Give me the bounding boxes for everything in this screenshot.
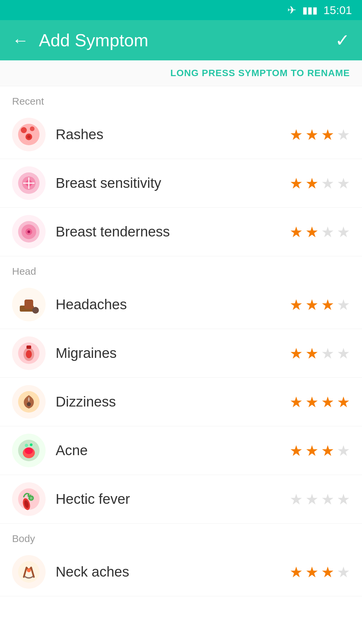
star-rating[interactable]: ★★★★ xyxy=(290,175,350,192)
star-rating[interactable]: ★★★★ xyxy=(290,296,350,313)
svg-point-13 xyxy=(27,230,30,233)
acne-name: Acne xyxy=(56,442,290,459)
svg-point-34 xyxy=(27,568,31,572)
symptom-list: Recent Rashes★★★★ Breast sensitivity★★★★… xyxy=(0,86,362,596)
symptom-item-breast-tenderness[interactable]: Breast tenderness★★★★ xyxy=(0,208,362,256)
star-empty[interactable]: ★ xyxy=(337,564,350,581)
breast-sensitivity-icon xyxy=(12,166,46,200)
star-empty[interactable]: ★ xyxy=(290,491,303,508)
svg-rect-15 xyxy=(24,300,33,309)
symptom-item-headaches[interactable]: Headaches★★★★ xyxy=(0,280,362,329)
star-empty[interactable]: ★ xyxy=(337,345,350,362)
svg-point-1 xyxy=(21,127,27,133)
star-empty[interactable]: ★ xyxy=(337,442,350,459)
star-filled[interactable]: ★ xyxy=(305,564,318,581)
star-filled[interactable]: ★ xyxy=(290,564,303,581)
star-empty[interactable]: ★ xyxy=(337,296,350,313)
headaches-icon xyxy=(12,288,46,321)
symptom-item-acne[interactable]: Acne★★★★ xyxy=(0,426,362,475)
star-rating[interactable]: ★★★★ xyxy=(290,393,350,411)
svg-point-22 xyxy=(27,402,31,406)
hectic-fever-name: Hectic fever xyxy=(56,491,290,507)
section-label-head: Head xyxy=(12,266,36,277)
breast-tenderness-name: Breast tenderness xyxy=(56,224,290,240)
star-filled[interactable]: ★ xyxy=(290,393,303,411)
svg-point-25 xyxy=(25,447,33,454)
star-filled[interactable]: ★ xyxy=(321,442,334,459)
star-filled[interactable]: ★ xyxy=(290,223,303,240)
star-empty[interactable]: ★ xyxy=(321,345,334,362)
star-filled[interactable]: ★ xyxy=(290,175,303,192)
dizziness-icon xyxy=(12,385,46,419)
migraines-icon xyxy=(12,336,46,370)
star-rating[interactable]: ★★★★ xyxy=(290,126,350,143)
star-filled[interactable]: ★ xyxy=(321,296,334,313)
star-filled[interactable]: ★ xyxy=(290,345,303,362)
migraines-name: Migraines xyxy=(56,345,290,361)
svg-rect-20 xyxy=(26,345,31,349)
star-empty[interactable]: ★ xyxy=(321,491,334,508)
star-filled[interactable]: ★ xyxy=(305,126,318,143)
star-filled[interactable]: ★ xyxy=(305,442,318,459)
headaches-name: Headaches xyxy=(56,297,290,313)
svg-point-4 xyxy=(27,135,31,139)
star-empty[interactable]: ★ xyxy=(337,175,350,192)
symptom-item-breast-sensitivity[interactable]: Breast sensitivity★★★★ xyxy=(0,159,362,208)
symptom-item-hectic-fever[interactable]: Hectic fever★★★★ xyxy=(0,475,362,524)
symptom-item-migraines[interactable]: Migraines★★★★ xyxy=(0,329,362,378)
confirm-button[interactable]: ✓ xyxy=(335,30,350,50)
star-rating[interactable]: ★★★★ xyxy=(290,223,350,240)
svg-point-26 xyxy=(25,444,28,447)
hectic-fever-icon xyxy=(12,482,46,516)
star-filled[interactable]: ★ xyxy=(305,223,318,240)
star-rating[interactable]: ★★★★ xyxy=(290,491,350,508)
svg-point-19 xyxy=(26,350,32,358)
star-empty[interactable]: ★ xyxy=(337,126,350,143)
page-title: Add Symptom xyxy=(39,30,335,50)
section-header-head: Head xyxy=(0,256,362,280)
star-rating[interactable]: ★★★★ xyxy=(290,442,350,459)
star-filled[interactable]: ★ xyxy=(290,126,303,143)
section-label-body: Body xyxy=(12,533,35,544)
star-empty[interactable]: ★ xyxy=(305,491,318,508)
neck-aches-icon xyxy=(12,555,46,589)
status-time: 15:01 xyxy=(323,4,352,17)
star-rating[interactable]: ★★★★ xyxy=(290,345,350,362)
neck-aches-name: Neck aches xyxy=(56,564,290,580)
star-filled[interactable]: ★ xyxy=(305,345,318,362)
rashes-icon xyxy=(12,118,46,151)
breast-tenderness-icon xyxy=(12,215,46,249)
star-empty[interactable]: ★ xyxy=(321,175,334,192)
star-rating[interactable]: ★★★★ xyxy=(290,564,350,581)
hint-text: LONG PRESS SYMPTOM TO RENAME xyxy=(170,68,350,78)
status-bar: ✈ ▮▮▮ 15:01 xyxy=(0,0,362,20)
star-filled[interactable]: ★ xyxy=(321,126,334,143)
star-filled[interactable]: ★ xyxy=(305,393,318,411)
star-filled[interactable]: ★ xyxy=(305,296,318,313)
rashes-name: Rashes xyxy=(56,126,290,143)
breast-sensitivity-name: Breast sensitivity xyxy=(56,175,290,191)
symptom-item-rashes[interactable]: Rashes★★★★ xyxy=(0,110,362,159)
star-filled[interactable]: ★ xyxy=(337,393,350,411)
star-filled[interactable]: ★ xyxy=(290,442,303,459)
section-header-recent: Recent xyxy=(0,86,362,110)
dizziness-name: Dizziness xyxy=(56,394,290,410)
svg-point-27 xyxy=(30,443,33,446)
star-filled[interactable]: ★ xyxy=(321,564,334,581)
svg-point-2 xyxy=(30,126,35,131)
symptom-item-dizziness[interactable]: Dizziness★★★★ xyxy=(0,378,362,426)
svg-point-32 xyxy=(30,497,33,499)
star-empty[interactable]: ★ xyxy=(337,491,350,508)
acne-icon xyxy=(12,434,46,467)
star-empty[interactable]: ★ xyxy=(321,223,334,240)
airplane-icon: ✈ xyxy=(287,4,296,16)
section-label-recent: Recent xyxy=(12,96,44,107)
app-bar: ← Add Symptom ✓ xyxy=(0,20,362,60)
star-filled[interactable]: ★ xyxy=(305,175,318,192)
section-header-body: Body xyxy=(0,524,362,548)
star-filled[interactable]: ★ xyxy=(321,393,334,411)
symptom-item-neck-aches[interactable]: Neck aches★★★★ xyxy=(0,548,362,596)
back-button[interactable]: ← xyxy=(12,32,29,49)
star-filled[interactable]: ★ xyxy=(290,296,303,313)
star-empty[interactable]: ★ xyxy=(337,223,350,240)
